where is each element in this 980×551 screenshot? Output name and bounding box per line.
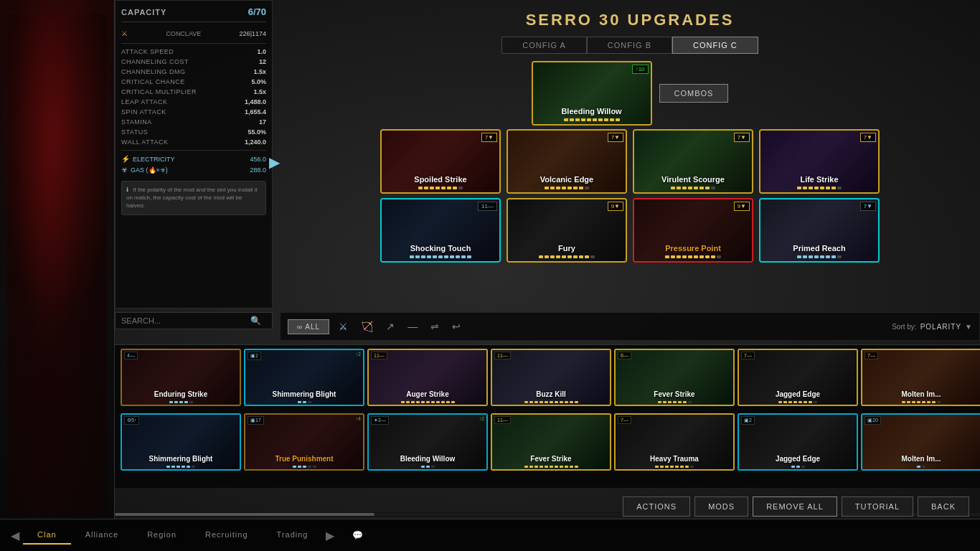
- inv-name: Fever Strike: [616, 390, 733, 399]
- inv-mod-buzz-kill[interactable]: 11— Buzz Kill: [491, 349, 611, 406]
- inv-name: Bleeding Willow: [369, 455, 486, 463]
- inv-mod-fever-strike-1[interactable]: 6— Fever Strike: [614, 349, 735, 406]
- inv-mod-enduring-strike[interactable]: 4— Enduring Strike: [121, 349, 241, 406]
- stat-row: ATTACK SPEED 1.0: [121, 47, 266, 57]
- stat-value: 55.0%: [248, 128, 266, 136]
- gas-value: 288.0: [250, 166, 266, 174]
- inv-mod-true-punishment[interactable]: ▣17 ↑4 True Punishment: [244, 413, 364, 471]
- capacity-label: CAPACITY: [121, 8, 166, 17]
- mod-life-strike[interactable]: 7▼ Life Strike: [759, 129, 880, 194]
- inv-mod-fever-strike-2[interactable]: 11— Fever Strike: [491, 413, 611, 471]
- filter-bow-icon[interactable]: 🏹: [357, 319, 377, 334]
- inv-name: Buzz Kill: [492, 390, 610, 399]
- stat-value: 1.0: [257, 48, 266, 55]
- tab-config-c[interactable]: CONFIG C: [672, 37, 758, 54]
- search-input[interactable]: [121, 316, 250, 325]
- inv-dots: [122, 401, 240, 403]
- electricity-label: ELECTRICITY: [133, 156, 175, 163]
- inv-dots: [616, 401, 733, 403]
- mod-bleeding-willow-equipped[interactable]: ↑10 Bleeding Willow: [532, 61, 652, 126]
- inv-mod-shimmering-blight-1[interactable]: ▣2 ↑2 Shimmering Blight: [244, 349, 364, 406]
- mod-shocking-touch[interactable]: 11— Shocking Touch: [380, 198, 501, 263]
- info-icon: ℹ: [126, 187, 128, 193]
- inv-rank: 6—: [618, 352, 631, 359]
- tutorial-button[interactable]: TUTORIAL: [842, 496, 913, 517]
- inv-name: Shimmering Blight: [245, 390, 363, 399]
- sort-arrow-icon: ▼: [965, 323, 972, 331]
- inv-mod-shimmering-blight-2[interactable]: ⚙5↑ Shimmering Blight: [121, 413, 241, 471]
- polarity-note-text: If the polarity of the mod and the slot …: [126, 187, 258, 209]
- stat-value: 1,240.0: [245, 138, 266, 146]
- filter-sword-icon[interactable]: ⚔: [335, 319, 352, 334]
- inv-rank: ▣2: [741, 416, 755, 425]
- tab-region[interactable]: Region: [133, 526, 191, 545]
- mod-spoiled-strike[interactable]: 7▼ Spoiled Strike: [380, 129, 501, 194]
- tab-config-a[interactable]: CONFIG A: [501, 37, 587, 54]
- action-buttons-area: ACTIONS MODS REMOVE ALL TUTORIAL BACK: [623, 496, 969, 517]
- combos-button[interactable]: COMBOS: [659, 84, 729, 103]
- mod-name: Volcanic Edge: [511, 175, 623, 184]
- bottom-tabs: ◀ Clan Alliance Region Recruiting Tradin…: [0, 526, 345, 545]
- conclave-icon: ⚔: [121, 29, 128, 37]
- mod-name: Life Strike: [763, 175, 875, 184]
- mod-primed-reach[interactable]: 7▼ Primed Reach: [759, 198, 880, 263]
- inv-mod-bleeding-willow[interactable]: ✦2— ↑2 Bleeding Willow: [367, 413, 488, 471]
- inv-mod-jagged-edge-2[interactable]: ▣2 Jagged Edge: [738, 413, 858, 471]
- tab-recruiting[interactable]: Recruiting: [191, 526, 263, 545]
- mod-row-2: 11— Shocking Touch 9▼ Fury: [294, 198, 966, 263]
- filter-return-icon[interactable]: ↩: [448, 319, 464, 334]
- search-icon[interactable]: 🔍: [250, 316, 261, 326]
- stat-name: CRITICAL CHANCE: [121, 78, 185, 85]
- mod-dots: [536, 118, 648, 121]
- inv-dots: [492, 466, 610, 468]
- stat-row: STATUS 55.0%: [121, 127, 266, 137]
- stat-row: CHANNELING COST 12: [121, 57, 266, 67]
- conclave-label: CONCLAVE: [166, 30, 201, 37]
- remove-all-button[interactable]: REMOVE ALL: [753, 496, 837, 517]
- filter-all-button[interactable]: ∞ ALL: [288, 319, 329, 334]
- inv-mod-molten-impact-2[interactable]: ▣20 Molten Im...: [861, 413, 980, 471]
- inv-mod-auger-strike[interactable]: 11— Auger Strike: [367, 349, 488, 406]
- inv-name: Shimmering Blight: [122, 455, 240, 463]
- tab-clan[interactable]: Clan: [23, 526, 71, 545]
- mod-name: Spoiled Strike: [385, 175, 496, 184]
- mods-button[interactable]: MODS: [694, 496, 748, 517]
- scroll-thumb[interactable]: [115, 513, 374, 516]
- tab-trading[interactable]: Trading: [263, 526, 323, 545]
- gas-label: GAS (🔥×☣): [131, 166, 168, 174]
- inv-mod-jagged-edge-1[interactable]: 7— Jagged Edge: [738, 349, 858, 406]
- filter-swap-icon[interactable]: ⇌: [427, 319, 443, 334]
- inv-dots: [739, 401, 857, 403]
- polarity-note: ℹ If the polarity of the mod and the slo…: [121, 181, 266, 215]
- nav-arrow-next[interactable]: ▶: [322, 529, 338, 542]
- chat-icon: 💬: [352, 530, 363, 540]
- inv-rank: ⚙5↑: [124, 416, 139, 425]
- mod-volcanic-edge[interactable]: 7▼ Volcanic Edge: [507, 129, 627, 194]
- tab-config-b[interactable]: CONFIG B: [587, 37, 672, 54]
- mod-fury[interactable]: 9▼ Fury: [507, 198, 627, 263]
- gas-icon: ☣: [121, 166, 128, 174]
- stat-row: CHANNELING DMG 1.5x: [121, 67, 266, 77]
- nav-arrow-left[interactable]: ▶: [269, 154, 280, 171]
- filter-arrow-icon[interactable]: ↗: [382, 319, 398, 334]
- mod-virulent-scourge[interactable]: 7▼ Virulent Scourge: [633, 129, 753, 194]
- inv-rank: 11—: [371, 352, 387, 359]
- actions-button[interactable]: ACTIONS: [623, 496, 690, 517]
- mod-dots: [763, 187, 875, 189]
- inv-mod-molten-impact-1[interactable]: 7— Molten Im...: [861, 349, 980, 406]
- stat-name: CHANNELING DMG: [121, 68, 186, 75]
- tab-alliance[interactable]: Alliance: [71, 526, 133, 545]
- stat-row: LEAP ATTACK 1,488.0: [121, 97, 266, 107]
- capacity-value: 6/70: [248, 6, 266, 17]
- sort-select[interactable]: Sort by: POLARITY ▼: [892, 323, 972, 331]
- back-button[interactable]: BACK: [918, 496, 969, 517]
- stat-row: STAMINA 17: [121, 117, 266, 127]
- nav-arrow-prev[interactable]: ◀: [7, 529, 23, 542]
- filter-dash-icon[interactable]: —: [404, 319, 421, 334]
- stat-value: 17: [259, 118, 266, 126]
- stats-panel: CAPACITY 6/70 ⚔ CONCLAVE 226|1174 ATTACK…: [115, 0, 273, 309]
- inv-mod-heavy-trauma[interactable]: 7— Heavy Trauma: [614, 413, 735, 471]
- inv-cost: ↑2: [356, 352, 361, 357]
- inv-rank: ✦2—: [371, 416, 389, 425]
- mod-pressure-point[interactable]: 9▼ Pressure Point: [633, 198, 753, 263]
